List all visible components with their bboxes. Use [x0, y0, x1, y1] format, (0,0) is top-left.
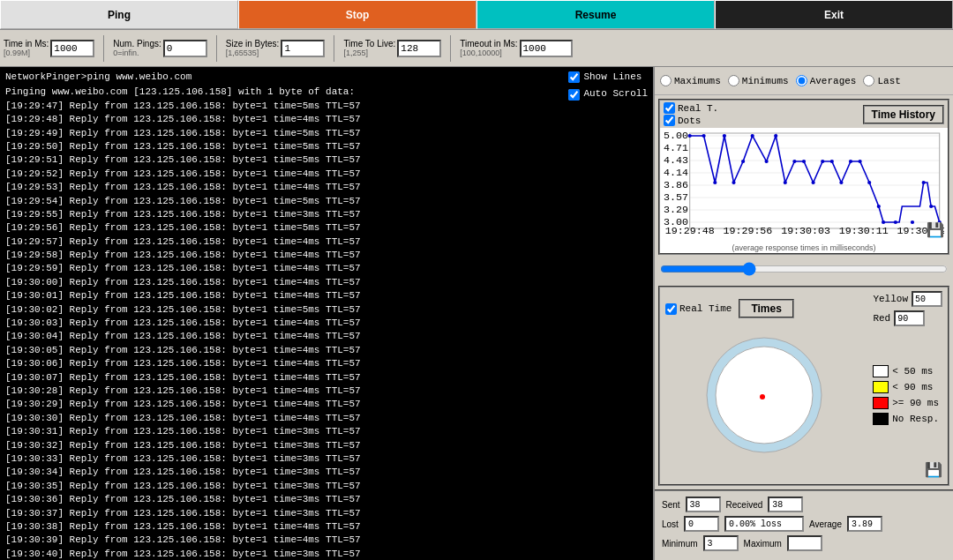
time-in-ms-wrapper: Time in Ms: [0.99M]	[4, 39, 49, 57]
radio-maximums[interactable]: Maximums	[660, 75, 721, 86]
red-label: Red	[873, 313, 890, 324]
log-line: [19:29:48] Reply from 123.125.106.158: b…	[5, 113, 648, 126]
log-line: [19:29:55] Reply from 123.125.106.158: b…	[5, 208, 648, 221]
svg-text:3.86: 3.86	[664, 180, 688, 190]
time-to-live-input[interactable]	[397, 40, 441, 57]
size-in-bytes-range: [1,65535]	[226, 49, 280, 57]
minimum-label: Minimum	[662, 539, 698, 549]
legend-yellow: < 90 ms	[873, 381, 939, 393]
log-line: [19:30:31] Reply from 123.125.106.158: b…	[5, 425, 648, 438]
real-t-checkbox[interactable]	[664, 102, 675, 114]
legend-red-box	[873, 397, 889, 409]
log-header: NetworkPinger>ping www.weibo.com	[5, 71, 648, 84]
show-lines-checkbox[interactable]	[568, 71, 580, 83]
svg-point-33	[849, 160, 852, 163]
log-line: [19:29:47] Reply from 123.125.106.158: b…	[5, 100, 648, 113]
log-line: [19:30:00] Reply from 123.125.106.158: b…	[5, 276, 648, 289]
svg-text:4.14: 4.14	[664, 168, 688, 178]
svg-text:19:30:03: 19:30:03	[781, 226, 830, 236]
sent-input[interactable]	[686, 497, 721, 512]
time-to-live-label: Time To Live:	[343, 39, 395, 49]
svg-point-22	[741, 160, 745, 163]
legend-black: No Resp.	[873, 413, 939, 425]
svg-point-39	[911, 220, 914, 224]
auto-scroll-checkbox-label[interactable]: Auto Scroll	[568, 87, 648, 101]
radio-last[interactable]: Last	[863, 75, 900, 86]
num-pings-group: Num. Pings: 0=infin.	[113, 39, 206, 57]
timeout-range: [100,10000]	[460, 49, 517, 57]
real-time-checkbox[interactable]	[665, 303, 677, 315]
log-line: [19:29:59] Reply from 123.125.106.158: b…	[5, 262, 648, 275]
save-times-icon[interactable]: 💾	[925, 461, 942, 479]
resume-button[interactable]: Resume	[476, 0, 715, 29]
svg-point-24	[764, 160, 768, 163]
svg-point-31	[830, 160, 834, 163]
svg-point-35	[867, 181, 871, 184]
stats-section: Sent Received Lost Average Minimum Maxim…	[655, 489, 953, 560]
log-line: [19:29:49] Reply from 123.125.106.158: b…	[5, 127, 648, 140]
minimum-input[interactable]	[703, 535, 739, 551]
log-line: [19:30:38] Reply from 123.125.106.158: b…	[5, 520, 648, 534]
chart-slider[interactable]	[660, 262, 948, 276]
timeout-input[interactable]	[520, 40, 573, 57]
log-lines-container: [19:29:47] Reply from 123.125.106.158: b…	[5, 100, 648, 560]
radio-maximums-input[interactable]	[660, 75, 672, 86]
log-panel[interactable]: NetworkPinger>ping www.weibo.com Pinging…	[0, 67, 653, 560]
time-in-ms-input[interactable]	[50, 40, 94, 57]
radio-last-input[interactable]	[863, 75, 874, 86]
stop-button[interactable]: Stop	[238, 0, 476, 29]
size-in-bytes-input[interactable]	[281, 40, 325, 57]
log-line: [19:30:32] Reply from 123.125.106.158: b…	[5, 439, 648, 452]
red-input[interactable]	[894, 310, 925, 326]
log-line: [19:29:52] Reply from 123.125.106.158: b…	[5, 168, 648, 181]
dots-checkbox-label[interactable]: Dots	[664, 115, 718, 126]
log-line: [19:29:57] Reply from 123.125.106.158: b…	[5, 235, 648, 249]
log-line: [19:29:53] Reply from 123.125.106.158: b…	[5, 181, 648, 194]
exit-button[interactable]: Exit	[715, 0, 953, 29]
timeout-wrapper: Timeout in Ms: [100,10000]	[460, 39, 517, 57]
maximum-input[interactable]	[787, 535, 822, 551]
received-input[interactable]	[768, 497, 803, 512]
log-line: [19:30:33] Reply from 123.125.106.158: b…	[5, 452, 648, 466]
log-line: [19:30:02] Reply from 123.125.106.158: b…	[5, 303, 648, 317]
timeout-label: Timeout in Ms:	[460, 39, 517, 49]
yellow-input[interactable]	[912, 291, 942, 307]
chart-title: Time History	[863, 105, 944, 124]
auto-scroll-label: Auto Scroll	[583, 87, 648, 101]
ping-button[interactable]: Ping	[0, 0, 238, 29]
log-line: [19:30:01] Reply from 123.125.106.158: b…	[5, 289, 648, 302]
content-area: NetworkPinger>ping www.weibo.com Pinging…	[0, 67, 953, 560]
log-line: [19:30:04] Reply from 123.125.106.158: b…	[5, 330, 648, 343]
svg-text:5.00: 5.00	[664, 131, 688, 141]
radio-minimums[interactable]: Minimums	[728, 75, 789, 86]
lost-input[interactable]	[684, 516, 719, 532]
num-pings-input[interactable]	[163, 40, 207, 57]
loss-pct-input[interactable]	[724, 516, 804, 532]
svg-text:4.71: 4.71	[664, 143, 688, 153]
svg-text:3.57: 3.57	[664, 192, 688, 203]
radio-averages-input[interactable]	[796, 75, 807, 86]
sent-label: Sent	[662, 500, 680, 510]
auto-scroll-checkbox[interactable]	[568, 89, 580, 101]
dots-checkbox[interactable]	[664, 115, 675, 126]
legend-white: < 50 ms	[873, 365, 939, 377]
svg-point-40	[922, 181, 926, 184]
svg-point-21	[732, 181, 735, 184]
real-time-checkbox-label[interactable]: Real Time	[665, 303, 732, 315]
svg-point-26	[784, 181, 787, 184]
time-in-ms-label: Time in Ms:	[4, 39, 49, 49]
radio-minimums-input[interactable]	[728, 75, 739, 86]
svg-point-23	[751, 134, 754, 138]
svg-point-18	[702, 134, 705, 138]
chart-footer: (average response times in milliseconds)	[660, 243, 948, 253]
real-t-checkbox-label[interactable]: Real T.	[664, 102, 718, 114]
times-body: < 50 ms < 90 ms >= 90 ms No Resp.	[660, 330, 948, 460]
fields-row: Time in Ms: [0.99M] Num. Pings: 0=infin.…	[0, 30, 953, 67]
radio-averages[interactable]: Averages	[796, 75, 857, 86]
save-chart-icon[interactable]: 💾	[927, 221, 944, 239]
average-input[interactable]	[847, 516, 882, 532]
show-lines-checkbox-label[interactable]: Show Lines	[568, 71, 648, 84]
svg-point-36	[877, 205, 881, 208]
svg-point-19	[713, 181, 717, 184]
legend-red-label: >= 90 ms	[892, 398, 939, 408]
